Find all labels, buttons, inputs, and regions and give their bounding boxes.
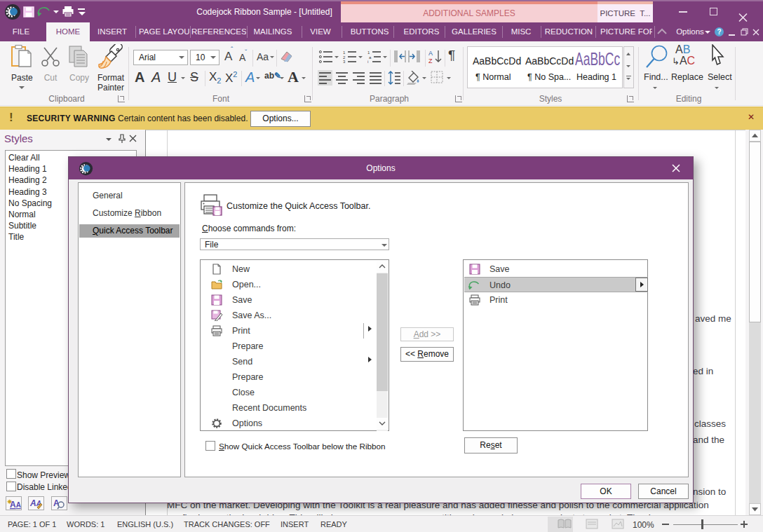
svg-text:AA: AA — [10, 500, 21, 510]
svg-text:1: 1 — [343, 50, 346, 55]
svg-text:a: a — [369, 55, 372, 60]
svg-text:3: 3 — [343, 60, 346, 63]
svg-text:i: i — [367, 60, 368, 63]
svg-text:2: 2 — [343, 55, 346, 60]
svg-text:1: 1 — [367, 50, 370, 55]
svg-text:Z: Z — [428, 57, 433, 64]
svg-text:A: A — [428, 50, 433, 57]
